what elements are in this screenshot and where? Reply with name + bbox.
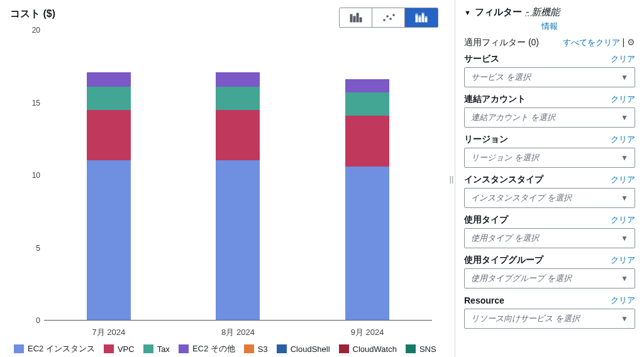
svg-rect-10	[419, 18, 421, 22]
filter-placeholder: 連結アカウント を選択	[471, 112, 555, 123]
filter-clear-link[interactable]: クリア	[611, 53, 635, 65]
x-axis: 7月 20248月 20249月 2024	[44, 323, 432, 338]
filter-clear-link[interactable]: クリア	[611, 134, 635, 145]
filter-clear-link[interactable]: クリア	[611, 174, 635, 185]
svg-point-6	[390, 18, 391, 19]
filter-label: 使用タイプグループ	[464, 255, 543, 266]
bar-column[interactable]	[87, 30, 131, 320]
bar-segment[interactable]	[216, 72, 260, 87]
legend-item[interactable]: Tax	[143, 343, 170, 354]
bar-segment[interactable]	[216, 110, 260, 161]
svg-point-5	[387, 16, 388, 17]
bar-segment[interactable]	[345, 116, 389, 167]
chart-panel: コスト ($) 05101520 7月 20248月 20249月 2024 E…	[0, 0, 448, 357]
bar-column[interactable]	[345, 30, 389, 320]
chart-type-bar-button[interactable]	[340, 8, 372, 27]
legend-item[interactable]: S3	[244, 343, 268, 354]
caret-down-icon: ▼	[464, 9, 471, 16]
legend-swatch-icon	[339, 344, 349, 353]
filter-header-label: フィルター	[475, 6, 522, 18]
bar-segment[interactable]	[87, 72, 131, 87]
legend-item[interactable]: CloudWatch	[339, 343, 397, 354]
bar-segment[interactable]	[216, 160, 260, 320]
filter-select[interactable]: リソース向けサービス を選択▼	[464, 309, 635, 329]
filter-select[interactable]: 連結アカウント を選択▼	[464, 107, 635, 128]
legend-item[interactable]: EC2 その他	[179, 343, 235, 354]
legend-item[interactable]: VPC	[104, 343, 135, 354]
filter-panel: ▼ フィルター - 新機能 情報 適用フィルター (0) すべてをクリア | ⚙…	[455, 0, 644, 357]
svg-rect-15	[425, 16, 427, 18]
legend-item[interactable]: CloudShell	[277, 343, 330, 354]
filter-clear-link[interactable]: クリア	[611, 295, 635, 306]
filter-section: 連結アカウントクリア連結アカウント を選択▼	[464, 94, 635, 128]
filter-placeholder: 使用タイプ を選択	[471, 233, 539, 244]
filter-label: Resource	[464, 295, 504, 305]
filter-select[interactable]: サービス を選択▼	[464, 67, 635, 87]
legend-label: VPC	[118, 344, 135, 354]
legend-item[interactable]: SNS	[406, 343, 436, 354]
filter-label: 使用タイプ	[464, 214, 508, 226]
filter-clear-link[interactable]: クリア	[611, 94, 635, 105]
filter-section: インスタンスタイプクリアインスタンスタイプ を選択▼	[464, 174, 635, 208]
filter-select[interactable]: 使用タイプグループ を選択▼	[464, 268, 635, 288]
x-tick-label: 7月 2024	[86, 323, 131, 338]
filter-panel-header[interactable]: ▼ フィルター - 新機能	[464, 6, 635, 18]
svg-rect-14	[425, 18, 427, 22]
chart-type-stacked-button[interactable]	[405, 8, 438, 27]
legend-swatch-icon	[244, 344, 254, 353]
y-tick: 0	[36, 316, 40, 325]
legend-label: EC2 インスタンス	[28, 343, 95, 354]
legend-swatch-icon	[104, 344, 114, 353]
filter-placeholder: 使用タイプグループ を選択	[471, 273, 572, 284]
collapse-sidebar-handle[interactable]: ||	[448, 0, 455, 357]
clear-all-link[interactable]: すべてをクリア	[563, 38, 620, 47]
filter-select[interactable]: リージョン を選択▼	[464, 148, 635, 168]
legend-label: EC2 その他	[192, 343, 235, 354]
bar-segment[interactable]	[87, 110, 131, 161]
filter-placeholder: リソース向けサービス を選択	[471, 313, 580, 324]
filter-placeholder: リージョン を選択	[471, 152, 539, 163]
chevron-down-icon: ▼	[621, 234, 628, 243]
chevron-down-icon: ▼	[621, 194, 628, 202]
legend-label: S3	[258, 344, 268, 354]
filter-clear-link[interactable]: クリア	[611, 214, 635, 226]
bar-segment[interactable]	[345, 167, 389, 320]
legend-label: CloudShell	[291, 344, 330, 354]
chart-title: コスト ($)	[10, 8, 55, 21]
legend-swatch-icon	[14, 344, 24, 353]
filter-label: サービス	[464, 53, 499, 65]
filter-section: リージョンクリアリージョン を選択▼	[464, 134, 635, 168]
bar-segment[interactable]	[345, 92, 389, 116]
y-tick: 5	[36, 244, 40, 253]
bar-segment[interactable]	[87, 160, 131, 320]
filter-section: サービスクリアサービス を選択▼	[464, 53, 635, 87]
filter-section: Resourceクリアリソース向けサービス を選択▼	[464, 295, 635, 329]
legend-swatch-icon	[179, 344, 189, 353]
y-axis: 05101520	[23, 30, 44, 321]
gear-icon[interactable]: ⚙	[627, 37, 635, 47]
filter-select[interactable]: 使用タイプ を選択▼	[464, 228, 635, 248]
filter-label: インスタンスタイプ	[464, 174, 543, 185]
bar-segment[interactable]	[87, 87, 131, 110]
bar-segment[interactable]	[345, 79, 389, 92]
legend-label: CloudWatch	[353, 344, 397, 354]
legend-swatch-icon	[277, 344, 287, 353]
svg-rect-9	[416, 14, 418, 16]
y-tick: 15	[32, 99, 40, 107]
filter-select[interactable]: インスタンスタイプ を選択▼	[464, 188, 635, 208]
filter-clear-link[interactable]: クリア	[611, 255, 635, 266]
legend-item[interactable]: EC2 インスタンス	[14, 343, 95, 354]
svg-rect-1	[353, 16, 355, 22]
chart-type-toggle	[339, 8, 438, 28]
svg-rect-0	[350, 14, 352, 22]
filter-label: リージョン	[464, 134, 508, 145]
filter-info-link[interactable]: 情報	[541, 21, 558, 31]
svg-rect-8	[416, 16, 418, 22]
pipe: |	[622, 37, 627, 47]
svg-point-7	[393, 14, 394, 16]
x-tick-label: 8月 2024	[215, 323, 260, 338]
chart-type-line-button[interactable]	[372, 8, 405, 27]
chevron-down-icon: ▼	[621, 153, 628, 162]
bar-segment[interactable]	[216, 87, 260, 110]
bar-column[interactable]	[216, 30, 260, 320]
